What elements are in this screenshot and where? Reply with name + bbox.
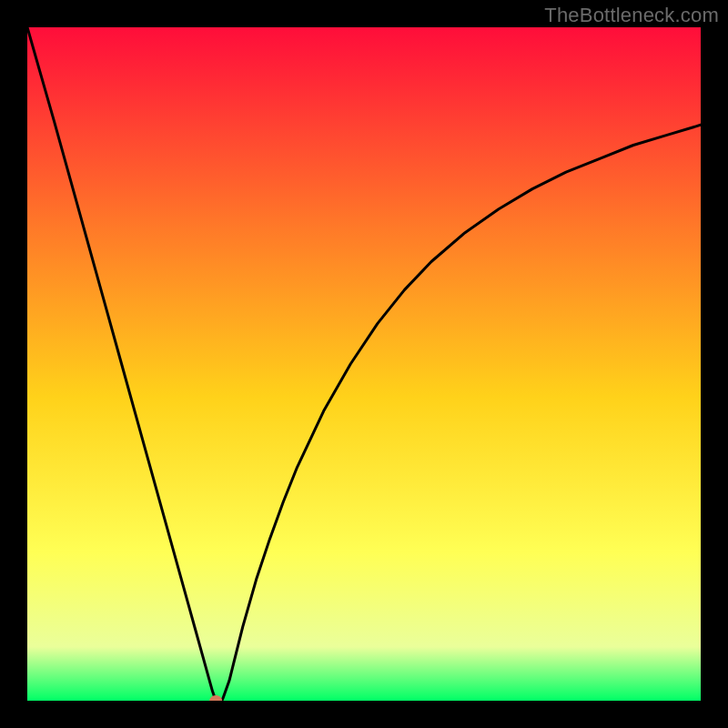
bottleneck-chart bbox=[27, 27, 701, 701]
gradient-background bbox=[27, 27, 701, 701]
plot-area bbox=[27, 27, 701, 701]
chart-container: TheBottleneck.com bbox=[0, 0, 728, 728]
attribution-label: TheBottleneck.com bbox=[544, 4, 719, 27]
